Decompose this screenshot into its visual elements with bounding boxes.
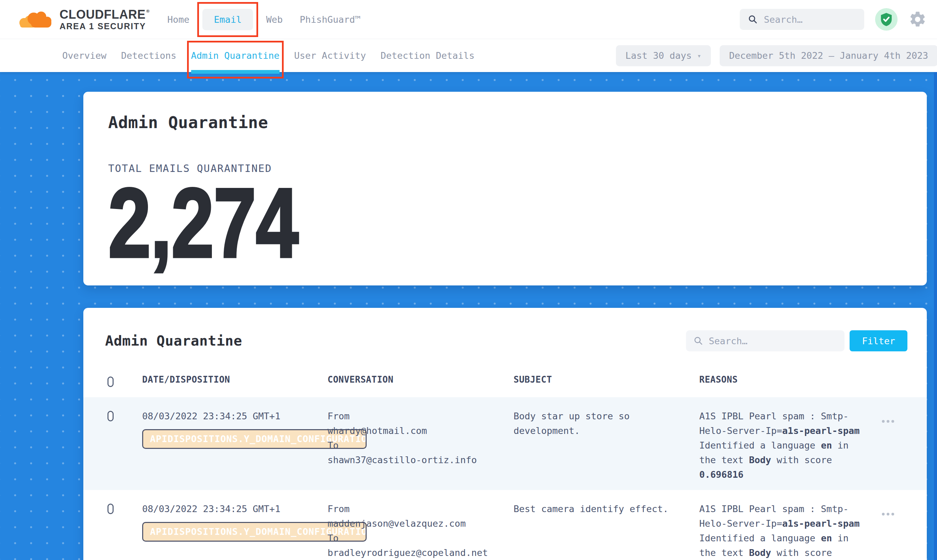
search-icon — [693, 335, 703, 346]
brand-name: CLOUDFLARE® — [60, 9, 150, 21]
row-conversation: Frommaddenjason@velazquez.comTobradleyro… — [327, 502, 514, 560]
primary-tab-email[interactable]: Email — [202, 9, 253, 30]
total-emails-quarantined-value: 2,274 — [108, 183, 298, 262]
column-header-date-disposition[interactable]: DATE/DISPOSITION — [142, 374, 327, 391]
topnav-right — [740, 8, 927, 31]
brand-logo[interactable]: CLOUDFLARE® AREA 1 SECURITY — [16, 9, 150, 31]
filter-button[interactable]: Filter — [850, 330, 908, 351]
scrollbar[interactable] — [934, 72, 937, 560]
date-range-display[interactable]: December 5th 2022 — January 4th 2023 — [720, 45, 937, 66]
security-status-badge[interactable] — [875, 8, 898, 31]
more-dot-icon — [887, 513, 889, 515]
shield-check-icon — [880, 12, 893, 26]
row-subject: Best camera identify effect. — [514, 502, 699, 560]
primary-tab-phishguard[interactable]: PhishGuard™ — [296, 9, 364, 29]
quarantine-table-card: Admin Quarantine Filter DATE/DISPOSITION… — [83, 308, 927, 560]
global-search-input[interactable] — [764, 14, 856, 25]
global-search[interactable] — [740, 9, 864, 30]
row-checkbox[interactable] — [108, 411, 114, 422]
column-header-subject[interactable]: SUBJECT — [514, 374, 699, 391]
secondary-tab-detections[interactable]: Detections — [121, 49, 176, 62]
row-date: 08/03/2022 23:34:25 GMT+1 — [142, 502, 327, 516]
column-header-reasons[interactable]: REASONS — [699, 374, 881, 391]
registered-mark: ® — [146, 9, 150, 13]
table-header-row: DATE/DISPOSITION CONVERSATION SUBJECT RE… — [83, 369, 927, 397]
table-card-header: Admin Quarantine Filter — [83, 330, 927, 351]
more-dot-icon — [891, 513, 894, 515]
row-conversation: Fromwhardy@hotmail.comToshawn37@castillo… — [327, 409, 514, 482]
row-reasons: A1S IPBL Pearl spam : Smtp-Helo-Server-I… — [699, 502, 881, 560]
top-navbar: CLOUDFLARE® AREA 1 SECURITY HomeEmailWeb… — [0, 0, 937, 39]
table-search[interactable] — [686, 330, 844, 351]
brand-subtitle: AREA 1 SECURITY — [60, 22, 150, 31]
more-actions-button[interactable] — [881, 418, 895, 425]
content-area: Admin Quarantine TOTAL EMAILS QUARANTINE… — [0, 72, 937, 560]
cloudflare-cloud-icon — [16, 10, 54, 29]
more-dot-icon — [882, 420, 885, 423]
primary-tab-web[interactable]: Web — [262, 9, 287, 29]
settings-gear-icon[interactable] — [908, 10, 927, 29]
search-icon — [748, 14, 758, 25]
more-actions-button[interactable] — [881, 511, 895, 517]
secondary-tab-user-activity[interactable]: User Activity — [294, 49, 366, 62]
secondary-tabs: OverviewDetectionsAdmin QuarantineUser A… — [62, 49, 474, 62]
stat-card: Admin Quarantine TOTAL EMAILS QUARANTINE… — [83, 92, 927, 285]
secondary-tab-detection-details[interactable]: Detection Details — [381, 49, 474, 62]
more-dot-icon — [882, 513, 885, 515]
select-all-checkbox[interactable] — [108, 377, 114, 387]
row-checkbox[interactable] — [108, 504, 114, 514]
row-subject: Body star up store so development. — [514, 409, 699, 482]
row-date: 08/03/2022 23:34:25 GMT+1 — [142, 409, 327, 423]
table-row[interactable]: 08/03/2022 23:34:25 GMT+1APIDISPOSITIONS… — [83, 397, 927, 490]
more-dot-icon — [891, 420, 894, 423]
time-range-dropdown[interactable]: Last 30 days ▾ — [616, 45, 711, 66]
more-dot-icon — [887, 420, 889, 423]
table-body: 08/03/2022 23:34:25 GMT+1APIDISPOSITIONS… — [83, 397, 927, 560]
primary-tab-home[interactable]: Home — [163, 9, 193, 29]
row-reasons: A1S IPBL Pearl spam : Smtp-Helo-Server-I… — [699, 409, 881, 482]
subnav-right: Last 30 days ▾ December 5th 2022 — Janua… — [616, 39, 937, 72]
table-search-input[interactable] — [709, 336, 837, 346]
column-header-conversation[interactable]: CONVERSATION — [327, 374, 514, 391]
secondary-tab-admin-quarantine[interactable]: Admin Quarantine — [191, 49, 279, 62]
secondary-tab-overview[interactable]: Overview — [62, 49, 107, 62]
chevron-down-icon: ▾ — [697, 52, 701, 60]
secondary-navbar: OverviewDetectionsAdmin QuarantineUser A… — [0, 39, 937, 72]
stat-card-title: Admin Quarantine — [108, 113, 927, 132]
table-title: Admin Quarantine — [105, 333, 242, 349]
primary-nav: HomeEmailWebPhishGuard™ — [163, 9, 364, 30]
table-row[interactable]: 08/03/2022 23:34:25 GMT+1APIDISPOSITIONS… — [83, 490, 927, 560]
